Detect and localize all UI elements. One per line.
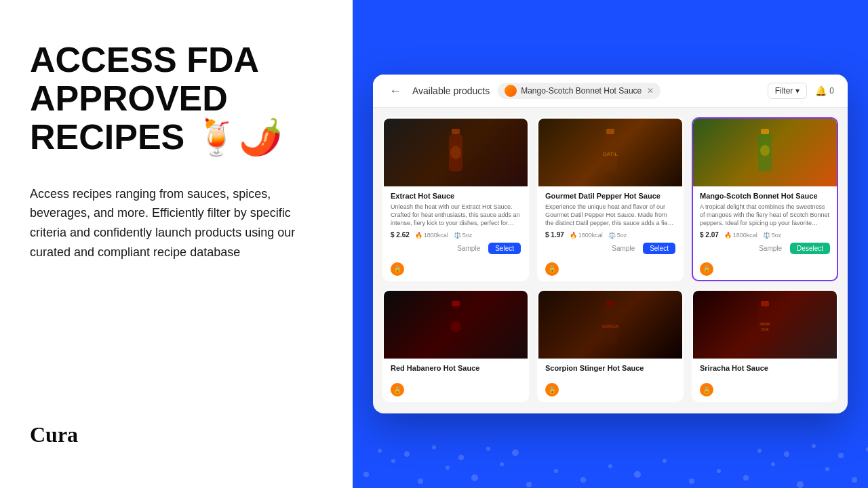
svg-rect-33 <box>606 129 614 134</box>
select-button-extract[interactable]: Select <box>488 243 521 254</box>
svg-point-0 <box>363 472 369 477</box>
heading-line1: ACCESS FDA <box>30 40 259 79</box>
calories-gourmet: 🔥1800kcal <box>570 232 603 239</box>
svg-point-1 <box>391 459 395 463</box>
calories-extract: 🔥1800kcal <box>415 232 448 239</box>
sample-button-extract[interactable]: Sample <box>453 243 484 254</box>
tag-label: Mango-Scotch Bonnet Hot Sauce <box>521 86 642 96</box>
svg-rect-45 <box>761 301 769 306</box>
product-image-extract <box>384 119 528 186</box>
deselect-button-mango[interactable]: Deselect <box>790 243 830 254</box>
weight-extract: ⚖️5oz <box>454 232 473 239</box>
product-image-mango <box>693 119 837 186</box>
main-heading: ACCESS FDA APPROVED RECIPES 🍹🌶️ <box>30 41 323 157</box>
heading-line3: RECIPES 🍹🌶️ <box>30 117 283 157</box>
notif-count: 0 <box>829 86 834 96</box>
filter-label: Filter <box>775 86 793 96</box>
product-image-sriracha: SRIRA CHA <box>693 291 837 359</box>
header-title: Available products <box>412 85 490 96</box>
svg-point-20 <box>404 451 410 457</box>
product-image-gourmet: DATIL <box>538 119 682 186</box>
bottle-icon-habanero <box>442 301 469 348</box>
svg-point-23 <box>486 447 490 451</box>
tag-close-button[interactable]: ✕ <box>647 86 654 96</box>
weight-gourmet: ⚖️5oz <box>608 232 627 239</box>
svg-point-24 <box>512 449 519 456</box>
svg-point-16 <box>797 481 804 488</box>
product-card-gourmet: DATIL 🔒 Gourmet Datil Pepper Hot Sauce E… <box>537 117 684 281</box>
product-name-gourmet: Gourmet Datil Pepper Hot Sauce <box>545 192 675 201</box>
product-name-extract: Extract Hot Sauce <box>391 192 521 201</box>
lock-badge-sriracha: 🔒 <box>700 383 713 396</box>
price-mango: 2.07 <box>700 231 719 239</box>
product-desc-mango: A tropical delight that combines the swe… <box>700 203 830 227</box>
left-content: ACCESS FDA APPROVED RECIPES 🍹🌶️ Access r… <box>30 41 323 262</box>
sample-button-gourmet[interactable]: Sample <box>608 243 639 254</box>
product-info-sriracha: Sriracha Hot Sauce <box>693 359 837 381</box>
product-image-scorpion: SARGA <box>538 291 682 359</box>
bottle-icon-extract <box>442 129 469 176</box>
svg-rect-30 <box>452 129 460 134</box>
calories-mango: 🔥1800kcal <box>724 232 757 239</box>
svg-text:CHA: CHA <box>762 327 769 331</box>
weight-mango: ⚖️5oz <box>763 232 782 239</box>
products-grid: 🔒 Extract Hot Sauce Unleash the heat wit… <box>373 108 848 411</box>
product-name-habanero: Red Habanero Hot Sauce <box>391 364 521 373</box>
product-actions-mango: Sample Deselect <box>700 243 830 254</box>
lock-badge-mango: 🔒 <box>700 262 713 276</box>
notification-badge: 🔔 0 <box>815 85 834 96</box>
svg-point-2 <box>418 479 423 484</box>
select-button-gourmet[interactable]: Select <box>643 243 675 254</box>
product-card-extract: 🔒 Extract Hot Sauce Unleash the heat wit… <box>382 117 529 281</box>
product-actions-gourmet: Sample Select <box>545 243 675 254</box>
product-name-sriracha: Sriracha Hot Sauce <box>700 364 830 373</box>
svg-point-18 <box>852 477 857 483</box>
product-info-habanero: Red Habanero Hot Sauce <box>384 359 528 381</box>
svg-point-41 <box>450 321 461 332</box>
filter-button[interactable]: Filter ▾ <box>768 83 808 99</box>
product-actions-extract: Sample Select <box>391 243 521 254</box>
bell-icon: 🔔 <box>815 85 827 96</box>
svg-point-28 <box>838 453 844 458</box>
product-image-habanero <box>384 291 528 359</box>
sub-text: Access recipes ranging from sauces, spic… <box>30 184 301 262</box>
svg-point-13 <box>717 469 721 473</box>
window-header: ← Available products Mango-Scotch Bonnet… <box>373 75 848 108</box>
lock-badge-habanero: 🔒 <box>391 383 404 396</box>
svg-point-26 <box>784 451 789 457</box>
sample-button-mango[interactable]: Sample <box>755 243 786 254</box>
svg-point-14 <box>743 475 749 481</box>
svg-text:SRIRA: SRIRA <box>760 322 770 326</box>
product-card-habanero: 🔒 Red Habanero Hot Sauce <box>382 289 529 402</box>
product-card-mango: 🔒 Mango-Scotch Bonnet Hot Sauce A tropic… <box>692 117 838 281</box>
svg-point-7 <box>554 469 558 473</box>
product-card-scorpion: SARGA 🔒 Scorpion Stinger Hot Sauce <box>537 289 684 402</box>
svg-text:DATIL: DATIL <box>603 151 618 157</box>
active-filter-tag: Mango-Scotch Bonnet Hot Sauce ✕ <box>498 83 660 99</box>
svg-text:SARGA: SARGA <box>602 324 619 329</box>
svg-point-32 <box>450 146 461 159</box>
svg-point-19 <box>378 449 382 453</box>
brand-logo: Cura <box>30 422 323 447</box>
product-meta-extract: 2.62 🔥1800kcal ⚖️5oz <box>391 231 521 239</box>
lock-badge-extract: 🔒 <box>391 262 404 276</box>
price-gourmet: 1.97 <box>545 231 564 239</box>
svg-point-21 <box>432 445 436 449</box>
svg-point-9 <box>608 464 612 468</box>
product-meta-mango: 2.07 🔥1800kcal ⚖️5oz <box>700 231 830 239</box>
product-desc-extract: Unleash the heat with our Extract Hot Sa… <box>391 203 521 227</box>
back-button[interactable]: ← <box>387 84 404 98</box>
bottle-icon-gourmet: DATIL <box>597 129 624 176</box>
product-meta-gourmet: 1.97 🔥1800kcal ⚖️5oz <box>545 231 675 239</box>
right-panel: ← Available products Mango-Scotch Bonnet… <box>353 0 868 488</box>
svg-point-12 <box>689 479 694 484</box>
svg-point-6 <box>526 482 532 487</box>
product-info-scorpion: Scorpion Stinger Hot Sauce <box>538 359 682 381</box>
product-desc-gourmet: Experience the unique heat and flavor of… <box>545 203 675 227</box>
lock-badge-gourmet: 🔒 <box>545 262 559 276</box>
svg-point-15 <box>771 462 775 466</box>
svg-point-11 <box>663 459 667 463</box>
svg-rect-36 <box>761 129 769 134</box>
lock-badge-scorpion: 🔒 <box>545 383 559 396</box>
product-card-sriracha: SRIRA CHA 🔒 Sriracha Hot Sauce <box>692 289 838 402</box>
